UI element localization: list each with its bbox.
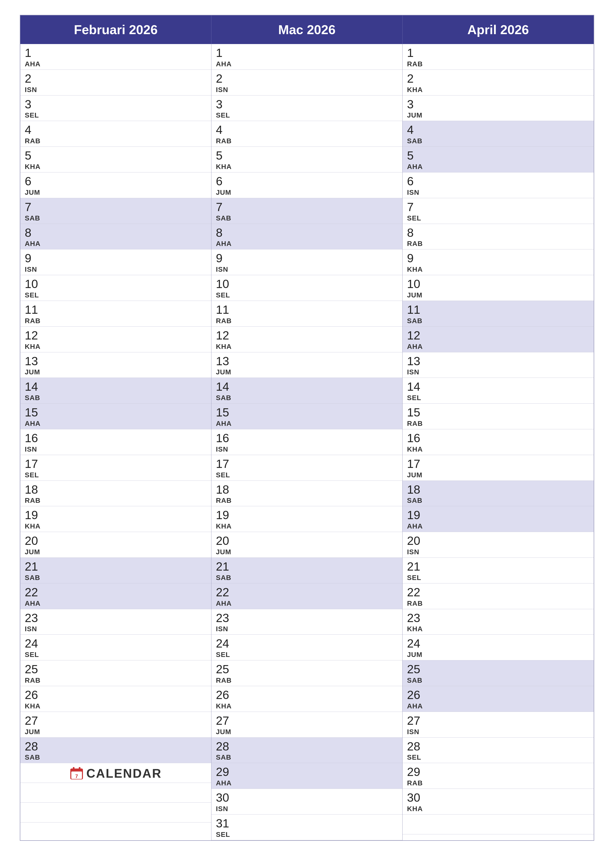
day-row: 13JUM [20, 352, 211, 378]
day-name: KHA [25, 163, 207, 171]
day-number: 1 [25, 46, 207, 60]
day-name: SAB [25, 394, 207, 402]
day-name: ISN [407, 189, 589, 197]
day-name: ISN [25, 625, 207, 633]
day-row: 1AHA [211, 44, 402, 70]
day-number: 18 [407, 483, 589, 496]
day-row: 16ISN [20, 429, 211, 455]
day-name: ISN [216, 445, 398, 453]
day-name: KHA [407, 805, 589, 813]
day-row: 7SAB [20, 198, 211, 224]
day-number: 7 [407, 201, 589, 214]
day-number: 7 [25, 201, 207, 214]
day-name: SEL [407, 574, 589, 582]
day-number: 4 [216, 124, 398, 136]
day-name: AHA [25, 60, 207, 68]
day-number: 23 [407, 612, 589, 625]
day-row: 25RAB [20, 660, 211, 686]
day-row: 5KHA [20, 147, 211, 172]
day-number: 3 [216, 98, 398, 111]
day-name: SEL [216, 112, 398, 119]
day-name: AHA [407, 163, 589, 171]
day-row: 17JUM [403, 455, 594, 481]
day-number: 13 [407, 355, 589, 368]
day-row: 14SAB [211, 378, 402, 403]
day-number: 19 [25, 509, 207, 522]
day-name: AHA [25, 600, 207, 608]
day-name: KHA [407, 265, 589, 273]
day-number: 11 [216, 303, 398, 316]
day-number: 30 [216, 791, 398, 804]
day-row: 3SEL [211, 96, 402, 121]
day-name: ISN [407, 728, 589, 736]
day-row: 28SEL [403, 738, 594, 763]
day-number: 28 [407, 740, 589, 753]
empty-row [20, 803, 211, 823]
day-number: 9 [216, 252, 398, 265]
day-name: SAB [216, 214, 398, 222]
day-number: 12 [216, 329, 398, 342]
day-number: 5 [25, 149, 207, 162]
day-row: 3SEL [20, 96, 211, 121]
day-row: 21SAB [211, 558, 402, 583]
day-number: 16 [25, 432, 207, 445]
day-number: 6 [407, 175, 589, 188]
day-name: JUM [216, 548, 398, 556]
day-number: 27 [25, 715, 207, 727]
day-row: 18SAB [403, 481, 594, 507]
day-number: 5 [407, 149, 589, 162]
day-number: 20 [25, 535, 207, 547]
day-row: 28SAB [211, 738, 402, 763]
day-name: JUM [216, 728, 398, 736]
day-row: 5AHA [403, 147, 594, 172]
day-number: 19 [216, 509, 398, 522]
day-number: 5 [216, 149, 398, 162]
day-row: 30KHA [403, 789, 594, 815]
day-row: 2KHA [403, 70, 594, 96]
month-col-2: 1RAB2KHA3JUM4SAB5AHA6ISN7SEL8RAB9KHA10JU… [403, 44, 594, 840]
svg-rect-2 [73, 767, 75, 771]
day-number: 27 [407, 715, 589, 727]
day-name: SEL [216, 471, 398, 479]
day-row: 19KHA [211, 506, 402, 532]
day-number: 26 [216, 688, 398, 702]
day-name: AHA [216, 779, 398, 787]
day-name: SAB [25, 214, 207, 222]
day-number: 31 [216, 817, 398, 830]
day-number: 29 [407, 766, 589, 779]
day-row: 25RAB [211, 660, 402, 686]
day-row: 12KHA [20, 327, 211, 352]
day-row: 9ISN [20, 250, 211, 275]
svg-rect-3 [79, 767, 81, 771]
day-row: 13ISN [403, 352, 594, 378]
day-number: 25 [25, 663, 207, 676]
day-row: 1RAB [403, 44, 594, 70]
day-row: 16KHA [403, 429, 594, 455]
day-number: 20 [216, 535, 398, 547]
day-name: JUM [407, 651, 589, 659]
day-name: RAB [216, 497, 398, 505]
day-row: 28SAB [20, 738, 211, 763]
day-number: 10 [407, 277, 589, 291]
day-name: AHA [216, 600, 398, 608]
day-number: 15 [407, 406, 589, 419]
day-name: KHA [407, 445, 589, 453]
day-name: ISN [216, 805, 398, 813]
day-name: KHA [25, 343, 207, 350]
day-number: 28 [216, 740, 398, 753]
day-row: 26KHA [211, 686, 402, 712]
day-number: 14 [216, 380, 398, 394]
day-row: 27JUM [211, 712, 402, 738]
day-row: 23ISN [20, 609, 211, 635]
day-row: 27JUM [20, 712, 211, 738]
day-number: 22 [25, 586, 207, 599]
day-row: 17SEL [20, 455, 211, 481]
day-number: 24 [216, 637, 398, 650]
logo-cell: 7 CALENDAR [20, 763, 211, 783]
day-name: AHA [407, 522, 589, 530]
day-row: 6JUM [20, 172, 211, 198]
day-number: 9 [407, 252, 589, 265]
month-col-0: 1AHA2ISN3SEL4RAB5KHA6JUM7SAB8AHA9ISN10SE… [20, 44, 211, 840]
day-number: 1 [216, 46, 398, 60]
day-name: KHA [407, 86, 589, 94]
